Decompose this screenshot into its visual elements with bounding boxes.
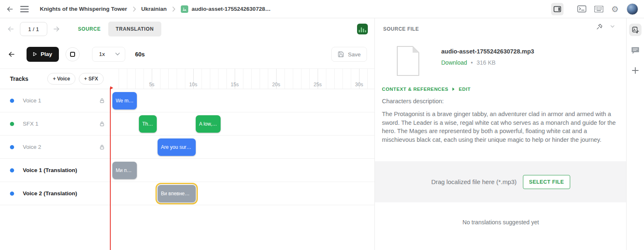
playback-speed-select[interactable]: 1x xyxy=(92,47,125,62)
timeline-clip[interactable]: Th… xyxy=(139,115,157,133)
track-name: Voice 2 (Translation) xyxy=(23,190,77,197)
track-header[interactable]: Voice 2 xyxy=(0,136,110,158)
add-sfx-button[interactable]: + SFX xyxy=(79,73,104,85)
track-header[interactable]: Voice 1 xyxy=(0,89,110,112)
track-color-dot xyxy=(10,145,14,149)
ruler-tick-label: 5s xyxy=(149,82,155,87)
tracks-title: Tracks xyxy=(10,75,28,82)
ruler-gridline xyxy=(268,69,268,89)
track-header[interactable]: Voice 1 (Translation) xyxy=(0,159,110,182)
playhead-marker[interactable] xyxy=(110,86,113,90)
play-icon xyxy=(32,51,37,57)
terminal-icon[interactable] xyxy=(577,5,586,12)
tab-source[interactable]: SOURCE xyxy=(72,22,107,36)
player-controls: Play 1x 60s Save xyxy=(0,40,374,69)
file-document-icon xyxy=(396,46,420,78)
context-references-link[interactable]: CONTEXT & REFERENCES xyxy=(382,87,448,92)
timeline-duration: 60s xyxy=(135,51,145,58)
ruler-gridline xyxy=(218,69,219,89)
ruler-gridline xyxy=(367,69,368,89)
localized-file-dropzone[interactable]: Drag localized file here (*.mp3) SELECT … xyxy=(375,161,627,202)
characters-description-text: The Protagonist is a brave ginger tabby,… xyxy=(382,110,619,144)
ruler-tick-label: 20s xyxy=(272,82,280,87)
topbar: Knights of the Whispering Tower Ukrainia… xyxy=(0,0,644,18)
timeline-clip[interactable]: We m… xyxy=(112,92,137,109)
stop-button[interactable] xyxy=(66,47,80,61)
panel-collapse-chevron-icon[interactable] xyxy=(610,25,615,28)
ruler-gridline xyxy=(202,69,202,89)
breadcrumb-asset[interactable]: audio-asset-1755242630728… xyxy=(192,6,271,12)
keyboard-icon[interactable] xyxy=(594,6,603,12)
timeline-clip[interactable]: Ви впевне… xyxy=(158,185,196,202)
pin-icon[interactable] xyxy=(596,23,603,30)
page-indicator[interactable]: 1 / 1 xyxy=(20,22,47,36)
add-voice-button[interactable]: + Voice xyxy=(47,73,75,85)
breadcrumb-language[interactable]: Ukrainian xyxy=(141,6,167,12)
speed-value: 1x xyxy=(99,51,105,57)
ruler-gridline xyxy=(334,69,335,89)
save-label: Save xyxy=(348,51,361,58)
back-arrow-icon[interactable] xyxy=(6,5,14,13)
user-avatar[interactable] xyxy=(627,3,638,15)
ruler-gridline xyxy=(185,69,185,89)
chevron-down-icon xyxy=(115,53,120,56)
track-name: Voice 2 xyxy=(23,144,41,150)
lock-icon xyxy=(99,121,105,127)
track-header[interactable]: SFX 1 xyxy=(0,112,110,135)
track-color-dot xyxy=(10,192,14,196)
track-lock[interactable] xyxy=(99,144,105,150)
panel-toggle-icon[interactable] xyxy=(551,3,564,15)
rewind-arrow-icon[interactable] xyxy=(7,50,16,58)
media-file-tab-icon[interactable] xyxy=(629,24,642,36)
ruler-gridline xyxy=(284,69,285,89)
ruler-tick-label: 25s xyxy=(313,82,321,87)
language-badge-icon[interactable] xyxy=(357,24,368,34)
select-file-button[interactable]: SELECT FILE xyxy=(523,175,570,189)
characters-description-label: Characters description: xyxy=(382,98,444,104)
track-color-dot xyxy=(10,168,14,172)
timeline-clip[interactable]: A low,… xyxy=(196,115,221,133)
ruler-tick-label: 10s xyxy=(189,82,197,87)
next-page-icon[interactable] xyxy=(52,25,61,33)
topbar-actions: ⚙ xyxy=(551,3,638,15)
comments-tab-icon[interactable] xyxy=(629,44,642,57)
asset-image-icon xyxy=(181,5,188,13)
tab-translation[interactable]: TRANSLATION xyxy=(108,22,161,36)
context-references-row: CONTEXT & REFERENCES EDIT xyxy=(382,87,471,92)
chevron-right-icon xyxy=(133,7,136,12)
play-button[interactable]: Play xyxy=(27,47,59,62)
prev-page-icon[interactable] xyxy=(7,25,15,33)
stop-icon xyxy=(70,52,75,57)
timeline-clip[interactable]: Are you sur… xyxy=(158,138,196,156)
track-name: Voice 1 xyxy=(23,97,41,104)
breadcrumb-project[interactable]: Knights of the Whispering Tower xyxy=(40,6,127,12)
source-file-panel: SOURCE FILE audio-asset-1755242630728.mp… xyxy=(374,18,626,250)
ruler-tick-label: 15s xyxy=(231,82,238,87)
track-lock[interactable] xyxy=(99,98,105,104)
ruler-gridline xyxy=(143,69,144,89)
download-link[interactable]: Download xyxy=(441,59,467,66)
track-row: SFX 1 xyxy=(0,112,374,136)
chevron-right-icon xyxy=(172,7,175,12)
save-button[interactable]: Save xyxy=(331,47,367,62)
ruler-gridline xyxy=(160,69,160,89)
source-file-meta: Download • 316 KB xyxy=(441,59,496,66)
track-color-dot xyxy=(10,122,14,126)
menu-icon[interactable] xyxy=(20,5,29,13)
ruler-gridline xyxy=(127,69,127,89)
timeline-clip[interactable]: Ми п… xyxy=(112,162,137,179)
timeline-ruler[interactable]: 5s10s15s20s25s30s xyxy=(110,69,368,89)
playhead-line[interactable] xyxy=(110,87,111,250)
track-lock[interactable] xyxy=(99,121,105,127)
add-panel-icon[interactable] xyxy=(629,64,642,77)
track-row: Voice 1 (Translation) xyxy=(0,159,374,182)
ruler-gridline xyxy=(293,69,293,89)
settings-gear-icon[interactable]: ⚙ xyxy=(611,5,619,13)
edit-button[interactable]: EDIT xyxy=(459,87,471,92)
ruler-gridline xyxy=(251,69,252,89)
track-header[interactable]: Voice 2 (Translation) xyxy=(0,182,110,205)
track-row: Voice 1 xyxy=(0,89,374,112)
ruler-gridline xyxy=(168,69,169,89)
ruler-gridline xyxy=(301,69,301,89)
breadcrumb: Knights of the Whispering Tower Ukrainia… xyxy=(40,5,271,13)
